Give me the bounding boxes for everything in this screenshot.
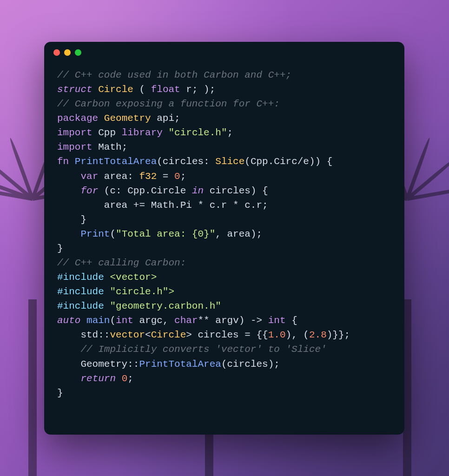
maximize-button[interactable]: [75, 49, 81, 56]
window-titlebar: [44, 42, 404, 62]
code-keyword: for: [80, 185, 98, 196]
code-type: int: [268, 315, 286, 326]
code-keyword: return: [80, 373, 116, 384]
code-function: main: [86, 315, 110, 326]
code-preproc: #include: [57, 286, 104, 297]
code-function: PrintTotalArea: [139, 359, 221, 370]
code-ident: Geometry: [104, 113, 151, 124]
code-type: Circle: [151, 330, 186, 340]
code-type: Circle: [98, 84, 133, 95]
code-type: vector: [110, 330, 145, 340]
code-string: "Total area: {0}": [116, 229, 215, 239]
code-preproc: #include: [57, 272, 104, 283]
code-comment: // C++ code used in both Carbon and C++;: [57, 70, 291, 80]
minimize-button[interactable]: [64, 49, 71, 56]
code-type: Slice: [215, 156, 244, 167]
code-editor[interactable]: // C++ code used in both Carbon and C++;…: [44, 62, 404, 413]
code-preproc: #include: [57, 301, 104, 311]
code-keyword: import: [57, 142, 92, 152]
code-keyword: import: [57, 127, 92, 138]
code-keyword: struct: [57, 84, 92, 95]
code-string: "circle.h">: [110, 286, 174, 297]
close-button[interactable]: [53, 49, 60, 56]
code-comment: // Implicitly converts 'vector' to 'Slic…: [57, 344, 327, 355]
code-keyword: package: [57, 113, 98, 124]
code-function: Print: [80, 229, 110, 239]
code-number: 0: [174, 171, 180, 182]
code-keyword: auto: [57, 315, 80, 326]
code-keyword: fn: [57, 156, 69, 167]
code-string: <vector>: [110, 272, 157, 283]
code-type: char: [174, 315, 198, 326]
code-expr: area += Math.Pi * c.r * c.r;: [57, 200, 268, 211]
code-keyword: var: [80, 171, 98, 182]
code-string: "circle.h": [168, 127, 227, 138]
code-window: // C++ code used in both Carbon and C++;…: [44, 42, 404, 435]
code-keyword: library: [122, 127, 163, 138]
code-number: 0: [122, 373, 128, 384]
code-number: 2.8: [309, 330, 327, 340]
code-comment: // C++ calling Carbon:: [57, 258, 186, 268]
code-type: int: [116, 315, 133, 326]
code-number: 1.0: [268, 330, 286, 340]
code-string: "geometry.carbon.h": [110, 301, 221, 311]
code-keyword: in: [192, 185, 204, 196]
code-function: PrintTotalArea: [75, 156, 157, 167]
code-type: float: [151, 84, 180, 95]
code-comment: // Carbon exposing a function for C++:: [57, 99, 280, 109]
code-type: f32: [139, 171, 157, 182]
